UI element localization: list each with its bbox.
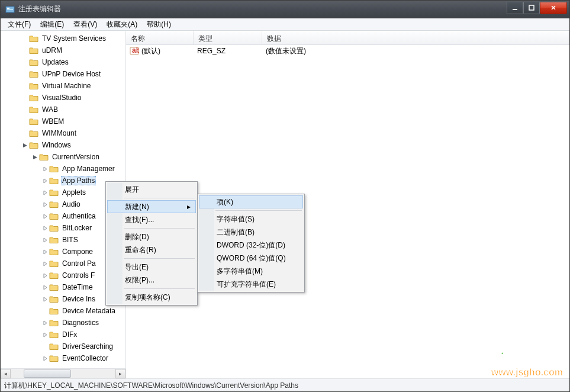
tree-item[interactable]: Device Metadata: [1, 305, 125, 317]
h-scrollbar[interactable]: ◂ ▸: [1, 368, 125, 378]
window-controls: [507, 2, 567, 14]
col-data[interactable]: 数据: [262, 31, 569, 44]
window-title: 注册表编辑器: [18, 4, 507, 14]
svg-rect-1: [7, 8, 9, 9]
menu-edit[interactable]: 编辑(E): [36, 18, 69, 31]
cm-export[interactable]: 导出(E): [107, 261, 196, 274]
cm-new-dword[interactable]: DWORD (32-位)值(D): [199, 239, 303, 252]
scroll-left-button[interactable]: ◂: [1, 369, 11, 378]
close-button[interactable]: [540, 2, 567, 14]
menu-file[interactable]: 文件(F): [3, 18, 36, 31]
status-path: 计算机\HKEY_LOCAL_MACHINE\SOFTWARE\Microsof…: [4, 381, 298, 390]
tree-item[interactable]: Windows: [1, 139, 125, 151]
string-value-icon: ab: [130, 46, 139, 56]
value-data: (数值未设置): [262, 46, 569, 56]
cm-permissions[interactable]: 权限(P)...: [107, 274, 196, 287]
menu-view[interactable]: 查看(V): [69, 18, 102, 31]
tree-item[interactable]: WAB: [1, 104, 125, 115]
tree-item[interactable]: DriverSearching: [1, 340, 125, 352]
tree-item[interactable]: App Managemer: [1, 163, 125, 175]
cm-new-qword[interactable]: QWORD (64 位)值(Q): [199, 252, 303, 265]
cm-new-binary[interactable]: 二进制值(B): [199, 226, 303, 239]
scroll-track[interactable]: [11, 369, 115, 378]
menubar: 文件(F) 编辑(E) 查看(V) 收藏夹(A) 帮助(H): [1, 18, 569, 31]
cm-copy-key-name[interactable]: 复制项名称(C): [107, 291, 196, 304]
tree-item[interactable]: Updates: [1, 56, 125, 68]
tree-item[interactable]: Diagnostics: [1, 317, 125, 329]
cm-expand[interactable]: 展开: [107, 183, 196, 196]
tree-item[interactable]: uDRM: [1, 44, 125, 56]
tree-item[interactable]: EventCollector: [1, 352, 125, 364]
tree-item[interactable]: DIFx: [1, 329, 125, 340]
tree-item[interactable]: WBEM: [1, 115, 125, 127]
cm-delete[interactable]: 删除(D): [107, 230, 196, 243]
list-row[interactable]: ab (默认) REG_SZ (数值未设置): [126, 45, 569, 57]
context-menu: 展开 新建(N) ▸ 查找(F)... 删除(D) 重命名(R) 导出(E) 权…: [105, 181, 198, 306]
cm-new-key[interactable]: 项(K): [199, 195, 303, 208]
titlebar[interactable]: 注册表编辑器: [1, 1, 569, 18]
value-type: REG_SZ: [194, 47, 262, 55]
col-type[interactable]: 类型: [194, 31, 262, 44]
minimize-button[interactable]: [507, 2, 523, 14]
tree-item[interactable]: VisualStudio: [1, 92, 125, 104]
cm-find[interactable]: 查找(F)...: [107, 213, 196, 226]
tree-item[interactable]: WIMMount: [1, 127, 125, 139]
tree-item[interactable]: UPnP Device Host: [1, 68, 125, 80]
menu-help[interactable]: 帮助(H): [142, 18, 176, 31]
tree-item[interactable]: CurrentVersion: [1, 151, 125, 163]
svg-rect-4: [529, 5, 534, 10]
tree-item[interactable]: TV System Services: [1, 33, 125, 44]
app-icon: [5, 5, 15, 14]
menu-favorites[interactable]: 收藏夹(A): [102, 18, 142, 31]
svg-text:ab: ab: [132, 46, 139, 54]
cm-new-multistring[interactable]: 多字符串值(M): [199, 265, 303, 278]
col-name[interactable]: 名称: [126, 31, 194, 44]
maximize-button[interactable]: [523, 2, 540, 14]
svg-rect-2: [7, 9, 13, 10]
svg-rect-3: [513, 9, 517, 10]
value-name: (默认): [141, 46, 160, 56]
cm-rename[interactable]: 重命名(R): [107, 243, 196, 256]
statusbar: 计算机\HKEY_LOCAL_MACHINE\SOFTWARE\Microsof…: [1, 378, 569, 391]
cm-new[interactable]: 新建(N) ▸: [107, 200, 196, 213]
tree-item[interactable]: Virtual Machine: [1, 80, 125, 92]
context-submenu-new: 项(K) 字符串值(S) 二进制值(B) DWORD (32-位)值(D) QW…: [197, 194, 305, 293]
scroll-thumb[interactable]: [24, 369, 71, 378]
cm-new-string[interactable]: 字符串值(S): [199, 213, 303, 226]
list-header[interactable]: 名称 类型 数据: [126, 31, 569, 45]
submenu-arrow-icon: ▸: [187, 203, 191, 211]
cm-new-expandstring[interactable]: 可扩充字符串值(E): [199, 278, 303, 291]
scroll-right-button[interactable]: ▸: [115, 369, 125, 378]
